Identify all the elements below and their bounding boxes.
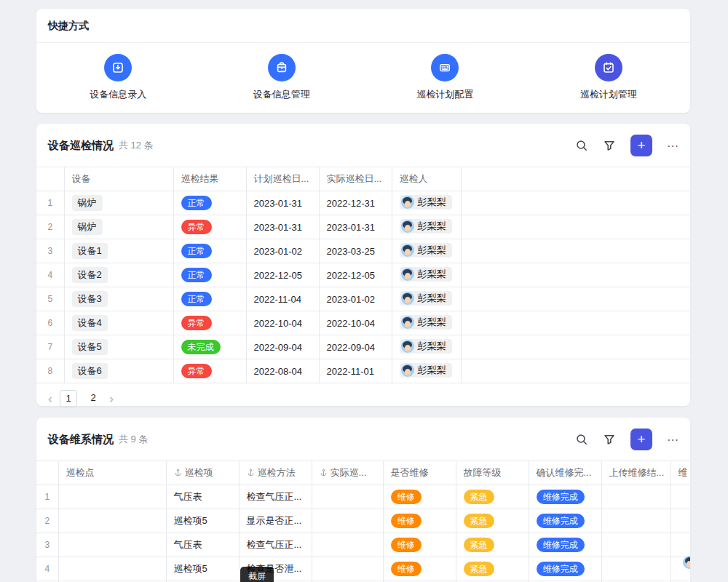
header-device[interactable]: 设备: [64, 167, 173, 191]
cell-fault-level[interactable]: 紧急: [456, 557, 529, 581]
cell-device[interactable]: 设备6: [64, 359, 173, 383]
header-item[interactable]: 巡检项: [166, 461, 239, 485]
row-index[interactable]: 4: [36, 557, 58, 581]
cell-actual-date[interactable]: 2023-01-02: [319, 287, 392, 311]
cell-upload[interactable]: [601, 533, 670, 557]
cell-inspector[interactable]: 彭梨梨: [392, 191, 461, 215]
cell-inspector[interactable]: 彭梨梨: [392, 335, 461, 359]
cell-repair[interactable]: 维修: [383, 557, 456, 581]
row-index[interactable]: 8: [36, 359, 64, 383]
shortcut-plan-manage[interactable]: 巡检计划管理: [527, 54, 691, 101]
cell-actual-date[interactable]: 2023-03-25: [319, 239, 392, 263]
cell-fault-level[interactable]: 紧急: [456, 485, 529, 509]
cell-result[interactable]: 异常: [173, 359, 246, 383]
cell-actual[interactable]: [312, 533, 383, 557]
more-button[interactable]: ⋯: [667, 139, 678, 153]
row-index[interactable]: 3: [36, 533, 58, 557]
row-index[interactable]: 1: [36, 485, 58, 509]
prev-page-button[interactable]: ‹: [48, 391, 52, 407]
cell-confirm[interactable]: 维修完成: [529, 557, 601, 581]
cell-actual[interactable]: [312, 509, 383, 533]
cell-planned-date[interactable]: 2022-11-04: [246, 287, 319, 311]
header-actual[interactable]: 实际巡...: [312, 461, 383, 485]
filter-icon[interactable]: [603, 433, 616, 446]
cell-planned-date[interactable]: 2022-09-04: [246, 335, 319, 359]
cell-actual-date[interactable]: 2022-12-31: [319, 191, 392, 215]
cell-planned-date[interactable]: 2022-10-04: [246, 311, 319, 335]
cell-planned-date[interactable]: 2023-01-31: [246, 191, 319, 215]
cell-device[interactable]: 设备2: [64, 263, 173, 287]
cell-item[interactable]: 巡检项5: [166, 557, 239, 581]
cell-device[interactable]: 设备4: [64, 311, 173, 335]
row-index[interactable]: 1: [36, 191, 64, 215]
cell-device[interactable]: 设备3: [64, 287, 173, 311]
cell-cutoff[interactable]: [670, 509, 690, 533]
cell-device[interactable]: 设备1: [64, 239, 173, 263]
cell-result[interactable]: 异常: [173, 215, 246, 239]
shortcut-device-manage[interactable]: 设备信息管理: [200, 54, 364, 101]
header-result[interactable]: 巡检结果: [173, 167, 246, 191]
cell-inspector[interactable]: 彭梨梨: [392, 239, 461, 263]
cell-repair[interactable]: 维修: [383, 533, 456, 557]
shortcut-plan-config[interactable]: 巡检计划配置: [363, 54, 527, 101]
cell-result[interactable]: 正常: [173, 191, 246, 215]
next-page-button[interactable]: ›: [109, 391, 114, 407]
filter-icon[interactable]: [603, 139, 616, 152]
cell-result[interactable]: 正常: [173, 263, 246, 287]
cell-point[interactable]: [58, 509, 166, 533]
cell-result[interactable]: 异常: [173, 311, 246, 335]
header-method[interactable]: 巡检方法: [239, 461, 312, 485]
cell-planned-date[interactable]: 2022-12-05: [246, 263, 319, 287]
row-index[interactable]: 5: [36, 287, 64, 311]
cell-actual[interactable]: [312, 557, 383, 581]
cell-point[interactable]: [58, 557, 166, 581]
cell-repair[interactable]: 维修: [383, 509, 456, 533]
cell-actual-date[interactable]: 2023-01-31: [319, 215, 392, 239]
cell-repair[interactable]: 维修: [383, 485, 456, 509]
cell-planned-date[interactable]: 2023-01-02: [246, 239, 319, 263]
cell-confirm[interactable]: 维修完成: [529, 509, 601, 533]
row-index[interactable]: 4: [36, 263, 64, 287]
header-fault-level[interactable]: 故障等级: [456, 461, 529, 485]
cell-inspector[interactable]: 彭梨梨: [392, 287, 461, 311]
cell-point[interactable]: [58, 485, 166, 509]
cell-cutoff[interactable]: [670, 485, 690, 509]
row-index[interactable]: 2: [36, 509, 58, 533]
header-upload[interactable]: 上传维修结...: [601, 461, 670, 485]
cell-inspector[interactable]: 彭梨梨: [392, 311, 461, 335]
page-2-button[interactable]: 2: [84, 390, 102, 407]
cell-planned-date[interactable]: 2022-08-04: [246, 359, 319, 383]
cell-inspector[interactable]: 彭梨梨: [392, 359, 461, 383]
search-icon[interactable]: [575, 139, 588, 152]
cell-actual[interactable]: [312, 485, 383, 509]
row-index[interactable]: 3: [36, 239, 64, 263]
header-inspector[interactable]: 巡检人: [392, 167, 461, 191]
cell-confirm[interactable]: 维修完成: [529, 485, 601, 509]
add-record-button[interactable]: +: [630, 135, 652, 156]
cell-upload[interactable]: [601, 557, 670, 581]
cell-cutoff[interactable]: [670, 533, 690, 557]
row-index[interactable]: 2: [36, 215, 64, 239]
header-actual-date[interactable]: 实际巡检日...: [319, 167, 392, 191]
cell-upload[interactable]: [601, 509, 670, 533]
cell-actual-date[interactable]: 2022-09-04: [319, 335, 392, 359]
header-point[interactable]: 巡检点: [58, 461, 166, 485]
cell-fault-level[interactable]: 紧急: [456, 533, 529, 557]
cell-inspector[interactable]: 彭梨梨: [392, 263, 461, 287]
cell-confirm[interactable]: 维修完成: [529, 533, 601, 557]
cell-upload[interactable]: [601, 485, 670, 509]
cell-item[interactable]: 气压表: [166, 533, 239, 557]
cell-actual-date[interactable]: 2022-10-04: [319, 311, 392, 335]
cell-actual-date[interactable]: 2022-11-01: [319, 359, 392, 383]
header-cutoff[interactable]: 维: [670, 461, 690, 485]
row-index[interactable]: 6: [36, 311, 64, 335]
cell-point[interactable]: [58, 533, 166, 557]
header-planned-date[interactable]: 计划巡检日...: [246, 167, 319, 191]
cell-result[interactable]: 正常: [173, 287, 246, 311]
row-index[interactable]: 7: [36, 335, 64, 359]
more-button[interactable]: ⋯: [667, 433, 678, 447]
cell-method[interactable]: 检查气压正...: [239, 533, 312, 557]
shortcut-device-entry[interactable]: 设备信息录入: [36, 54, 200, 101]
header-repair[interactable]: 是否维修: [383, 461, 456, 485]
search-icon[interactable]: [575, 433, 588, 446]
